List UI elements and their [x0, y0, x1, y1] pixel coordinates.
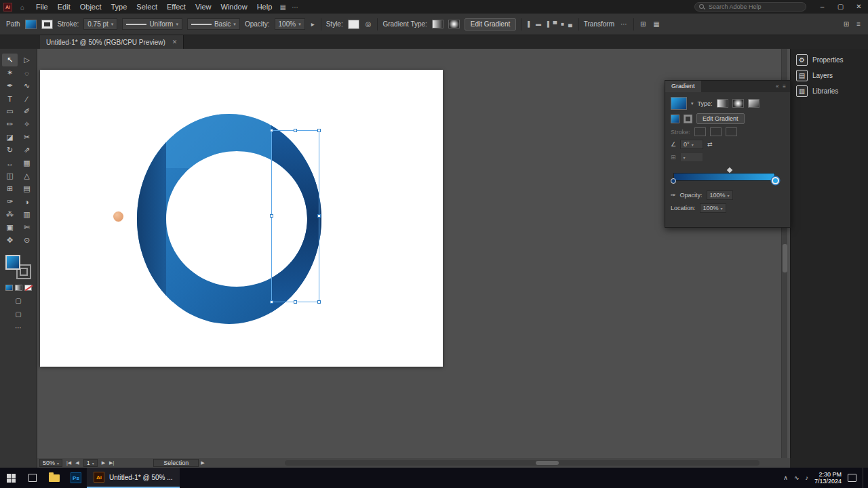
selection-handle-bottom-mid[interactable]	[294, 300, 297, 304]
align-align-center-vertical[interactable]: ■	[559, 21, 566, 27]
document-tab[interactable]: Untitled-1* @ 50% (RGB/CPU Preview) ✕	[40, 35, 184, 49]
volume-icon[interactable]: ♪	[805, 474, 808, 481]
tool-zoom[interactable]: ⊙	[19, 234, 35, 247]
align-align-top[interactable]: ▀	[552, 21, 559, 27]
gradient-type-radial-button[interactable]	[448, 20, 460, 28]
dock-panel-layers[interactable]: ▤ Layers	[791, 68, 868, 83]
menu-type[interactable]: Type	[106, 0, 132, 14]
dock-panel-libraries[interactable]: ▥ Libraries	[791, 83, 868, 99]
menu-edit[interactable]: Edit	[53, 0, 75, 14]
selection-handle-bottom-right[interactable]	[317, 300, 321, 304]
dock-panel-properties[interactable]: ⚙ Properties	[791, 52, 868, 68]
tool-rectangle[interactable]: ▭	[2, 105, 18, 118]
tool-artboard[interactable]: ▣	[2, 221, 18, 234]
photoshop-button[interactable]: Ps	[65, 468, 87, 488]
selection-handle-top-mid[interactable]	[294, 129, 297, 132]
tool-eyedropper[interactable]: ✑	[2, 195, 18, 208]
tool-line-segment[interactable]: ∕	[19, 92, 35, 105]
last-artboard-icon[interactable]: ▶|	[107, 460, 116, 466]
hidden-icons-icon[interactable]: ∧	[783, 474, 788, 481]
tool-width[interactable]: ↔	[2, 157, 18, 169]
panel-fill-swatch[interactable]	[671, 115, 679, 123]
gradient-swatch[interactable]	[671, 97, 687, 110]
fill-color-swatch[interactable]	[25, 20, 37, 29]
panel-menu-icon[interactable]: ≡	[783, 83, 786, 89]
tool-symbol-sprayer[interactable]: ⁂	[2, 208, 18, 221]
tool-scissors[interactable]: ✂	[19, 131, 35, 144]
panel-opacity-dropdown[interactable]: 100%	[707, 190, 733, 200]
task-view-button[interactable]	[22, 468, 43, 488]
edit-gradient-button[interactable]: Edit Gradient	[465, 18, 516, 30]
align-align-left[interactable]: ▌	[526, 21, 533, 27]
menu-effect[interactable]: Effect	[162, 0, 191, 14]
tool-lasso[interactable]: ◌	[19, 66, 35, 79]
search-input[interactable]	[709, 3, 802, 10]
shape-options-icon[interactable]: ▦	[652, 20, 660, 28]
color-button[interactable]	[5, 285, 13, 291]
isolate-icon[interactable]: ⊞	[639, 20, 647, 28]
selection-handle-bottom-left[interactable]	[270, 300, 273, 304]
brush-definition-dropdown[interactable]: Basic	[187, 18, 240, 30]
tool-slice[interactable]: ✄	[19, 221, 35, 234]
none-button[interactable]	[24, 285, 32, 291]
logo-stem[interactable]	[136, 136, 166, 317]
orange-dot-artwork[interactable]	[113, 211, 123, 222]
tool-scale[interactable]: ⇗	[19, 144, 35, 157]
gradient-type-linear-button[interactable]	[432, 20, 443, 28]
close-button[interactable]: ✕	[850, 0, 868, 14]
home-icon[interactable]: ⌂	[16, 3, 28, 11]
tool-pencil[interactable]: ✏	[2, 118, 18, 131]
first-artboard-icon[interactable]: |◀	[64, 460, 73, 466]
zoom-dropdown[interactable]: 50%	[39, 459, 62, 467]
screen-mode-icon[interactable]: ▢	[15, 310, 21, 318]
gradient-swatch-caret-icon[interactable]: ▾	[691, 101, 694, 106]
toolbar-more-icon[interactable]: ⋯	[15, 324, 22, 331]
gradient-midpoint-marker[interactable]	[727, 167, 732, 173]
selection-handle-mid-left[interactable]	[270, 214, 273, 218]
tool-hand[interactable]: ✥	[2, 234, 18, 247]
stroke-gradient-within-button[interactable]	[694, 127, 706, 136]
tool-direct-selection[interactable]: ▷	[19, 54, 35, 66]
horizontal-scrollbar-thumb[interactable]	[536, 461, 559, 465]
gradient-panel-tab[interactable]: Gradient	[665, 81, 701, 92]
artboard-navigation-dropdown[interactable]: 1	[83, 459, 98, 467]
tool-blend[interactable]: ◑	[19, 195, 35, 208]
tool-eraser[interactable]: ◪	[2, 131, 18, 144]
file-explorer-button[interactable]	[43, 468, 65, 488]
menu-help[interactable]: Help	[252, 0, 277, 14]
start-button[interactable]	[0, 468, 22, 488]
type-freeform-button[interactable]	[748, 99, 760, 108]
tab-close-icon[interactable]: ✕	[172, 39, 178, 45]
menu-window[interactable]: Window	[216, 0, 252, 14]
stroke-color-swatch[interactable]	[41, 20, 53, 29]
canvas[interactable]: Gradient « ≡ ▾ Type:	[37, 49, 790, 458]
artboard[interactable]	[40, 70, 443, 367]
menu-select[interactable]: Select	[132, 0, 162, 14]
network-icon[interactable]: ∿	[794, 474, 800, 481]
help-search[interactable]	[694, 2, 806, 12]
menu-view[interactable]: View	[191, 0, 216, 14]
align-align-right[interactable]: ▐	[544, 21, 551, 27]
selection-handle-top-left[interactable]	[270, 129, 273, 132]
menu-file[interactable]: File	[31, 0, 53, 14]
type-radial-button[interactable]	[732, 99, 744, 108]
action-center-icon[interactable]	[848, 474, 856, 482]
panel-stroke-swatch[interactable]	[684, 115, 692, 123]
tool-type[interactable]: T	[2, 92, 18, 105]
more-options-icon[interactable]: ⋯	[289, 3, 301, 11]
maximize-button[interactable]: ▢	[831, 0, 850, 14]
angle-dropdown[interactable]: 0°	[680, 140, 703, 149]
menu-object[interactable]: Object	[75, 0, 106, 14]
opacity-dropdown[interactable]: 100%	[275, 18, 305, 30]
gradient-slider-track[interactable]	[673, 173, 775, 181]
vertical-scrollbar-thumb[interactable]	[783, 244, 787, 272]
gradient-stop-end-selected[interactable]	[772, 177, 779, 184]
stroke-gradient-along-button[interactable]	[710, 127, 722, 136]
gradient-stop-start[interactable]	[671, 178, 676, 184]
align-align-center-horizontal[interactable]: ▬	[534, 21, 542, 27]
tool-column-graph[interactable]: ▥	[19, 208, 35, 221]
show-desktop-button[interactable]	[863, 468, 865, 488]
type-linear-button[interactable]	[717, 99, 728, 108]
tool-pen[interactable]: ✒	[2, 79, 18, 92]
tool-perspective-grid[interactable]: △	[19, 169, 35, 182]
